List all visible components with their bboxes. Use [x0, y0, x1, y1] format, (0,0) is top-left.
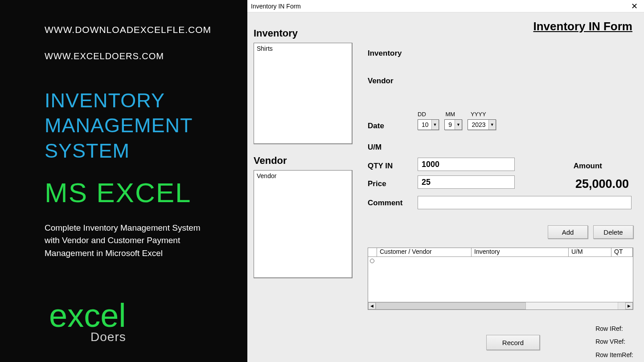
promo-title: INVENTORY MANAGEMENT SYSTEM — [45, 88, 247, 163]
label-yyyy: YYYY — [471, 111, 499, 118]
inventory-listbox[interactable]: Shirts — [254, 43, 353, 144]
scroll-thumb[interactable] — [376, 302, 526, 309]
comment-input[interactable] — [418, 196, 632, 209]
label-um: U/M — [368, 143, 381, 152]
promo-title-line2: MANAGEMENT — [45, 113, 247, 138]
row-vref-label: Row VRef: — [595, 335, 633, 348]
record-button[interactable]: Record — [486, 335, 540, 350]
promo-subtitle: MS EXCEL — [45, 177, 247, 208]
delete-button[interactable]: Delete — [593, 225, 633, 239]
label-comment: Comment — [368, 199, 402, 207]
grid-header-cv: Customer / Vendor — [377, 248, 472, 256]
chevron-down-icon[interactable]: ▼ — [455, 120, 462, 130]
label-dd: DD — [418, 111, 437, 118]
form-body: Inventory IN Form Inventory Shirts Vendo… — [247, 12, 644, 362]
scroll-gap — [618, 302, 625, 309]
dd-combobox[interactable]: 10 ▼ — [418, 119, 439, 130]
list-item[interactable]: Vendor — [257, 172, 349, 179]
vendor-section-title: Vendor — [254, 155, 353, 167]
promo-url-2: WWW.EXCELDOERS.COM — [45, 51, 247, 61]
row-selector-icon[interactable] — [370, 259, 374, 263]
promo-title-line1: INVENTORY — [45, 88, 247, 113]
promo-url-1: WWW.DOWNLOADEXCELFLE.COM — [45, 24, 247, 35]
logo-text-excel: excel — [49, 301, 126, 331]
scroll-right-icon[interactable]: ▶ — [625, 302, 633, 309]
label-inventory: Inventory — [368, 49, 402, 58]
label-qtyin: QTY IN — [368, 162, 393, 171]
close-icon[interactable]: ✕ — [628, 1, 640, 11]
window-title: Inventory IN Form — [251, 3, 628, 10]
mm-value: 9 — [445, 121, 455, 128]
scroll-left-icon[interactable]: ◀ — [368, 302, 376, 309]
scroll-track[interactable] — [376, 302, 618, 309]
grid-header-select — [368, 248, 377, 256]
label-date: Date — [368, 122, 384, 130]
label-mm: MM — [445, 111, 463, 118]
label-price: Price — [368, 179, 386, 188]
titlebar: Inventory IN Form ✕ — [247, 0, 644, 12]
promo-description: Complete Inventory Management System wit… — [45, 222, 214, 260]
grid-body[interactable] — [368, 257, 633, 302]
items-grid[interactable]: Customer / Vendor Inventory U/M QT ◀ ▶ — [368, 248, 633, 310]
add-button[interactable]: Add — [548, 225, 588, 239]
grid-header-um: U/M — [569, 248, 611, 256]
qtyin-input[interactable] — [418, 158, 515, 171]
list-item[interactable]: Shirts — [257, 45, 349, 52]
grid-header-inventory: Inventory — [472, 248, 569, 256]
form-heading: Inventory IN Form — [533, 20, 632, 33]
price-input[interactable] — [418, 175, 515, 189]
ref-labels: Row IRef: Row VRef: Row ItemRef: — [595, 322, 633, 362]
promo-title-line3: SYSTEM — [45, 138, 247, 163]
amount-value: 25,000.00 — [575, 177, 629, 191]
yyyy-value: 2023 — [468, 121, 488, 128]
horizontal-scrollbar[interactable]: ◀ ▶ — [368, 302, 633, 309]
app-window: Inventory IN Form ✕ Inventory IN Form In… — [247, 0, 644, 362]
dd-value: 10 — [418, 121, 431, 128]
promo-sidebar: WWW.DOWNLOADEXCELFLE.COM WWW.EXCELDOERS.… — [0, 0, 247, 362]
row-itemref-label: Row ItemRef: — [595, 349, 633, 362]
mm-combobox[interactable]: 9 ▼ — [444, 119, 462, 130]
vendor-listbox[interactable]: Vendor — [254, 170, 353, 278]
label-vendor: Vendor — [368, 77, 394, 85]
inventory-section-title: Inventory — [254, 28, 353, 39]
grid-header-qt: QT — [611, 248, 633, 256]
chevron-down-icon[interactable]: ▼ — [488, 120, 496, 130]
logo: excel Doers — [49, 301, 126, 344]
date-group: DD MM YYYY 10 ▼ 9 ▼ 2023 ▼ — [418, 110, 500, 130]
chevron-down-icon[interactable]: ▼ — [431, 120, 439, 130]
grid-header-row: Customer / Vendor Inventory U/M QT — [368, 248, 633, 257]
row-iref-label: Row IRef: — [595, 322, 633, 335]
yyyy-combobox[interactable]: 2023 ▼ — [468, 119, 496, 130]
label-amount: Amount — [574, 162, 602, 171]
